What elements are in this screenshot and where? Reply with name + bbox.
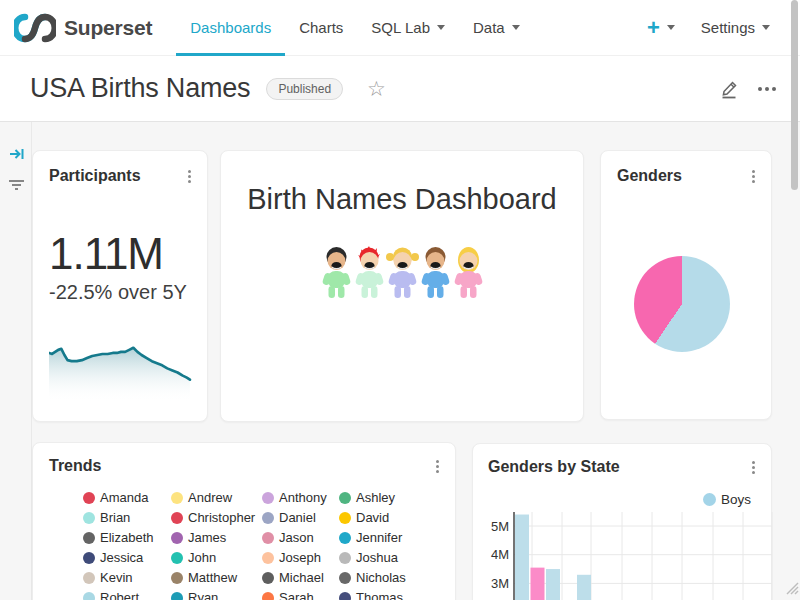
legend-item-elizabeth[interactable]: Elizabeth (83, 531, 171, 544)
chevron-down-icon (762, 25, 770, 30)
legend-item-sarah[interactable]: Sarah (262, 591, 339, 600)
trends-legend: AmandaAndrewAnthonyAshleyBrianChristophe… (83, 491, 445, 600)
legend-dot-icon (171, 552, 183, 564)
legend-dot-icon (83, 532, 95, 544)
boys-legend-item[interactable]: Boys (703, 492, 751, 507)
kebab-menu-icon[interactable] (746, 458, 761, 477)
kid-figure (320, 244, 353, 304)
kebab-menu-icon[interactable] (746, 167, 761, 186)
legend-dot-icon (339, 592, 351, 600)
legend-item-john[interactable]: John (171, 551, 262, 564)
participants-card: Participants 1.11M -22.5% over 5Y (32, 150, 208, 422)
legend-item-ashley[interactable]: Ashley (339, 491, 429, 504)
nav-item-charts[interactable]: Charts (285, 0, 357, 56)
legend-dot-icon (339, 492, 351, 504)
nav-menu: Dashboards Charts SQL Lab Data (176, 0, 533, 56)
page-title: USA Births Names (30, 73, 250, 104)
nav-item-dashboards[interactable]: Dashboards (176, 0, 285, 56)
legend-label: David (356, 510, 389, 525)
nav-item-data[interactable]: Data (459, 0, 534, 56)
legend-item-david[interactable]: David (339, 511, 429, 524)
legend-item-christopher[interactable]: Christopher (171, 511, 262, 524)
superset-dashboard-app: Superset Dashboards Charts SQL Lab Data … (0, 0, 800, 600)
legend-label: Joseph (279, 550, 321, 565)
legend-dot-icon (262, 492, 274, 504)
big-number-subheader: -22.5% over 5Y (49, 281, 187, 304)
y-axis-tick: 4M (491, 547, 509, 562)
legend-item-joshua[interactable]: Joshua (339, 551, 429, 564)
legend-item-nicholas[interactable]: Nicholas (339, 571, 429, 584)
legend-item-amanda[interactable]: Amanda (83, 491, 171, 504)
legend-item-daniel[interactable]: Daniel (262, 511, 339, 524)
legend-dot-icon (83, 592, 95, 600)
legend-dot-icon (83, 572, 95, 584)
legend-item-jessica[interactable]: Jessica (83, 551, 171, 564)
vertical-scrollbar-thumb[interactable] (791, 0, 798, 190)
nav-item-label: Data (473, 19, 505, 36)
new-item-button[interactable]: + (647, 17, 675, 39)
legend-label: Thomas (356, 590, 403, 600)
legend-label: Daniel (279, 510, 316, 525)
more-options-icon[interactable] (758, 87, 776, 91)
legend-dot-icon (339, 532, 351, 544)
legend-item-james[interactable]: James (171, 531, 262, 544)
legend-item-matthew[interactable]: Matthew (171, 571, 262, 584)
legend-item-joseph[interactable]: Joseph (262, 551, 339, 564)
genders-pie-chart (634, 256, 730, 352)
genders-by-state-card: Genders by State Boys 5M4M3M (472, 443, 772, 600)
resize-handle-icon[interactable] (783, 579, 799, 599)
legend-item-kevin[interactable]: Kevin (83, 571, 171, 584)
legend-dot-icon (262, 532, 274, 544)
legend-dot-icon (703, 493, 716, 506)
header-actions (718, 78, 776, 100)
favorite-star-icon[interactable]: ☆ (367, 78, 386, 99)
y-axis-tick: 3M (491, 576, 509, 591)
legend-item-anthony[interactable]: Anthony (262, 491, 339, 504)
legend-label: Robert (100, 590, 139, 600)
legend-item-thomas[interactable]: Thomas (339, 591, 429, 600)
y-axis-tick: 5M (491, 519, 509, 534)
kebab-menu-icon[interactable] (430, 457, 445, 476)
expand-filter-bar-icon[interactable] (9, 146, 25, 166)
legend-label: Sarah (279, 590, 314, 600)
bar (515, 515, 529, 600)
kid-figure (386, 244, 419, 304)
legend-label: Jessica (100, 550, 143, 565)
nav-item-label: Charts (299, 19, 343, 36)
legend-dot-icon (262, 592, 274, 600)
chevron-down-icon (512, 25, 520, 30)
legend-dot-icon (339, 512, 351, 524)
legend-label: Michael (279, 570, 324, 585)
legend-dot-icon (262, 552, 274, 564)
filter-icon[interactable] (8, 178, 25, 196)
genders-by-state-bar-chart: 5M4M3M (473, 507, 773, 600)
legend-item-brian[interactable]: Brian (83, 511, 171, 524)
superset-logo[interactable]: Superset (0, 13, 152, 43)
legend-item-ryan[interactable]: Ryan (171, 591, 262, 600)
legend-label: Jason (279, 530, 314, 545)
legend-item-michael[interactable]: Michael (262, 571, 339, 584)
legend-label: James (188, 530, 226, 545)
legend-label: Brian (100, 510, 130, 525)
legend-label: Joshua (356, 550, 398, 565)
legend-label: John (188, 550, 216, 565)
nav-item-sql-lab[interactable]: SQL Lab (357, 0, 459, 56)
legend-label: Elizabeth (100, 530, 153, 545)
superset-infinity-icon (14, 13, 56, 43)
chart-title: Genders (617, 167, 682, 185)
chart-title: Trends (49, 457, 101, 475)
legend-item-jason[interactable]: Jason (262, 531, 339, 544)
edit-pencil-icon[interactable] (718, 78, 740, 100)
legend-item-robert[interactable]: Robert (83, 591, 171, 600)
kebab-menu-icon[interactable] (182, 167, 197, 186)
published-badge[interactable]: Published (266, 78, 343, 100)
kid-figure (419, 244, 452, 304)
kid-figure (353, 244, 386, 304)
legend-label: Christopher (188, 510, 255, 525)
settings-label: Settings (701, 19, 755, 36)
markdown-card: Birth Names Dashboard (220, 150, 584, 422)
legend-item-jennifer[interactable]: Jennifer (339, 531, 429, 544)
settings-menu[interactable]: Settings (701, 19, 770, 36)
top-navbar: Superset Dashboards Charts SQL Lab Data … (0, 0, 800, 56)
legend-item-andrew[interactable]: Andrew (171, 491, 262, 504)
